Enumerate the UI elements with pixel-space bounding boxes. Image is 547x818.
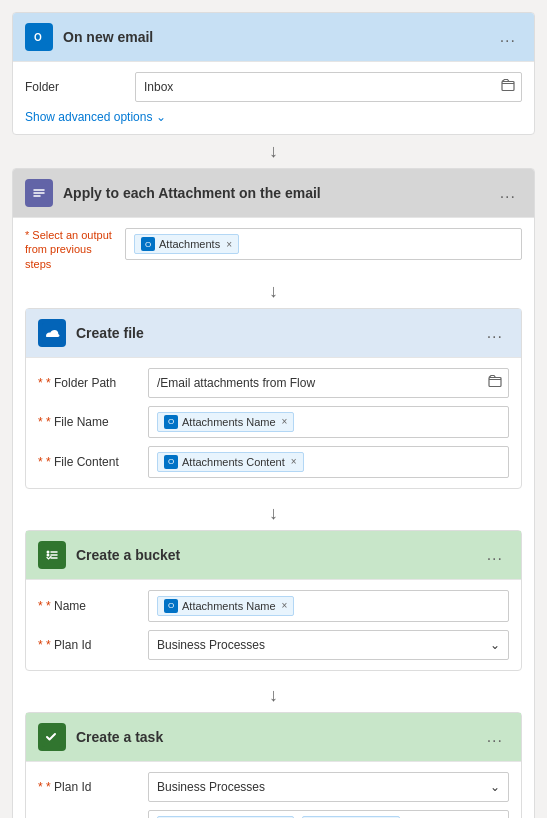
loop-icon (25, 179, 53, 207)
folder-value: Inbox (144, 80, 173, 94)
create-task-card: Create a task ... * Plan Id Business Pro… (25, 712, 522, 818)
bucket-plan-id-value: Business Processes (157, 638, 265, 652)
bucket-plan-id-label: * Plan Id (38, 638, 138, 652)
arrow-1: ↓ (269, 135, 278, 168)
attachments-tag-text: Attachments (159, 238, 220, 250)
planner-task-icon (38, 723, 66, 751)
chevron-down-icon: ⌄ (156, 110, 166, 124)
loop-menu[interactable]: ... (494, 182, 522, 204)
file-name-label: * File Name (38, 415, 138, 429)
task-plan-id-row: * Plan Id Business Processes ⌄ (38, 772, 509, 802)
bucket-name-label: * Name (38, 599, 138, 613)
loop-card: Apply to each Attachment on the email ..… (12, 168, 535, 818)
file-name-tag-icon: O (164, 415, 178, 429)
folder-label: Folder (25, 80, 125, 94)
create-task-body: * Plan Id Business Processes ⌄ * * Title… (26, 762, 521, 818)
bucket-plan-id-arrow: ⌄ (490, 638, 500, 652)
arrow-inner-1: ↓ (25, 275, 522, 308)
bucket-name-row: * Name O Attachments Name × (38, 590, 509, 622)
flow-container: O On new email ... Folder Inbox (12, 12, 535, 818)
advanced-options-text: Show advanced options (25, 110, 152, 124)
bucket-name-input[interactable]: O Attachments Name × (148, 590, 509, 622)
create-bucket-card: Create a bucket ... * Name O Attachments… (25, 530, 522, 671)
trigger-header: O On new email ... (13, 13, 534, 62)
create-file-header: Create file ... (26, 309, 521, 358)
file-content-tag-icon: O (164, 455, 178, 469)
task-plan-id-dropdown[interactable]: Business Processes ⌄ (148, 772, 509, 802)
folder-path-value: /Email attachments from Flow (157, 376, 315, 390)
loop-title: Apply to each Attachment on the email (63, 185, 484, 201)
attachments-tag: O Attachments × (134, 234, 239, 254)
loop-body: * Select an outputfrom previous steps O … (13, 218, 534, 818)
file-name-row: * File Name O Attachments Name × (38, 406, 509, 438)
folder-icon (501, 79, 515, 96)
create-bucket-header: Create a bucket ... (26, 531, 521, 580)
bucket-plan-id-dropdown[interactable]: Business Processes ⌄ (148, 630, 509, 660)
outlook-icon: O (25, 23, 53, 51)
file-content-input[interactable]: O Attachments Content × (148, 446, 509, 478)
task-title-input[interactable]: O Attachments Name × ☁ File locator × (148, 810, 509, 818)
create-file-card: Create file ... * Folder Path /Email att… (25, 308, 522, 489)
arrow-inner-2: ↓ (25, 497, 522, 530)
create-task-menu[interactable]: ... (481, 726, 509, 748)
onedrive-icon (38, 319, 66, 347)
file-name-tag-close[interactable]: × (282, 416, 288, 427)
create-file-menu[interactable]: ... (481, 322, 509, 344)
arrow-inner-3: ↓ (25, 679, 522, 712)
loop-header: Apply to each Attachment on the email ..… (13, 169, 534, 218)
create-bucket-menu[interactable]: ... (481, 544, 509, 566)
file-content-tag-close[interactable]: × (291, 456, 297, 467)
create-task-title: Create a task (76, 729, 471, 745)
svg-rect-2 (502, 82, 514, 91)
trigger-title: On new email (63, 29, 484, 45)
file-content-label: * File Content (38, 455, 138, 469)
trigger-card: O On new email ... Folder Inbox (12, 12, 535, 135)
create-file-body: * Folder Path /Email attachments from Fl… (26, 358, 521, 488)
create-bucket-title: Create a bucket (76, 547, 471, 563)
file-content-tag-text: Attachments Content (182, 456, 285, 468)
folder-path-input[interactable]: /Email attachments from Flow (148, 368, 509, 398)
create-file-title: Create file (76, 325, 471, 341)
attachments-input[interactable]: O Attachments × (125, 228, 522, 260)
task-title-row: * * Title O Attachments Name × ☁ File lo… (38, 810, 509, 818)
bucket-name-tag: O Attachments Name × (157, 596, 294, 616)
bucket-name-tag-close[interactable]: × (282, 600, 288, 611)
trigger-body: Folder Inbox Show advanced options ⌄ (13, 62, 534, 134)
folder-path-icon (488, 374, 502, 391)
file-content-row: * File Content O Attachments Content × (38, 446, 509, 478)
file-name-input[interactable]: O Attachments Name × (148, 406, 509, 438)
attachments-tag-close[interactable]: × (226, 239, 232, 250)
folder-row: Folder Inbox (25, 72, 522, 102)
file-name-tag-text: Attachments Name (182, 416, 276, 428)
tag-outlook-icon: O (141, 237, 155, 251)
task-plan-id-value: Business Processes (157, 780, 265, 794)
select-output-row: * Select an outputfrom previous steps O … (25, 228, 522, 271)
bucket-name-tag-text: Attachments Name (182, 600, 276, 612)
file-content-tag: O Attachments Content × (157, 452, 304, 472)
svg-point-7 (47, 550, 50, 553)
create-bucket-body: * Name O Attachments Name × * Plan Id (26, 580, 521, 670)
advanced-options-link[interactable]: Show advanced options ⌄ (25, 110, 522, 124)
trigger-menu[interactable]: ... (494, 26, 522, 48)
select-output-label: * Select an outputfrom previous steps (25, 228, 115, 271)
folder-path-row: * Folder Path /Email attachments from Fl… (38, 368, 509, 398)
create-task-header: Create a task ... (26, 713, 521, 762)
planner-bucket-icon (38, 541, 66, 569)
svg-text:O: O (34, 32, 42, 43)
folder-input[interactable]: Inbox (135, 72, 522, 102)
file-name-tag: O Attachments Name × (157, 412, 294, 432)
task-plan-id-label: * Plan Id (38, 780, 138, 794)
svg-rect-5 (489, 377, 501, 386)
task-plan-id-arrow: ⌄ (490, 780, 500, 794)
bucket-name-tag-icon: O (164, 599, 178, 613)
folder-path-label: * Folder Path (38, 376, 138, 390)
bucket-plan-id-row: * Plan Id Business Processes ⌄ (38, 630, 509, 660)
svg-point-8 (47, 553, 50, 556)
